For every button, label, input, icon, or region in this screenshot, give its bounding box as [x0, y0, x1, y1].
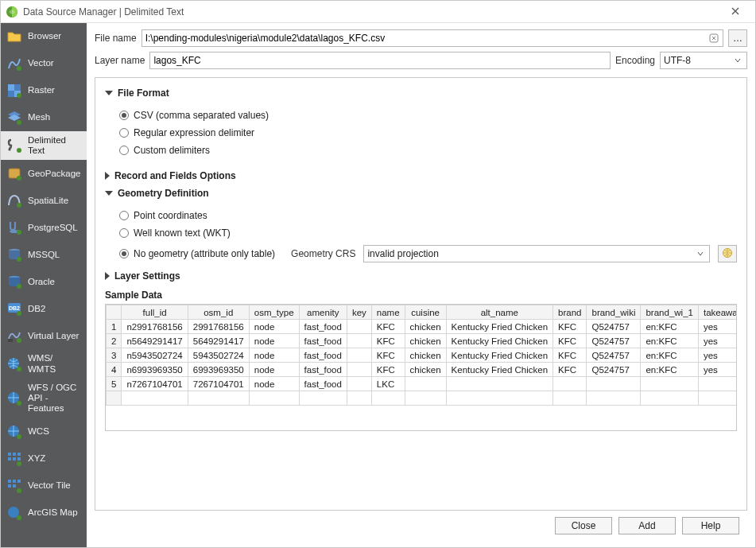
- section-record-fields-header[interactable]: Record and Fields Options: [105, 170, 737, 181]
- row-number: 1: [107, 320, 122, 334]
- table-cell: [347, 320, 371, 334]
- column-header[interactable]: full_id: [122, 305, 188, 320]
- table-cell: [347, 363, 371, 377]
- sidebar-item-postgresql[interactable]: PostgreSQL: [1, 214, 87, 241]
- radio-regex[interactable]: Regular expression delimiter: [119, 127, 737, 138]
- table-cell: [446, 377, 552, 391]
- close-icon: [731, 6, 739, 17]
- column-header[interactable]: brand_wiki: [587, 305, 641, 320]
- sidebar-item-virtual-layer[interactable]: Virtual Layer: [1, 322, 87, 349]
- table-cell: 5649291417: [188, 334, 249, 348]
- source-icon: [6, 137, 23, 154]
- table-cell: 6993969350: [188, 363, 249, 377]
- geometry-crs-combo[interactable]: invalid projection: [363, 245, 710, 262]
- table-cell: [698, 377, 736, 391]
- column-header[interactable]: key: [347, 305, 371, 320]
- radio-icon: [119, 249, 129, 258]
- sidebar-item-raster[interactable]: Raster: [1, 77, 87, 104]
- column-header[interactable]: cuisine: [405, 305, 446, 320]
- svg-point-12: [17, 203, 21, 208]
- help-button[interactable]: Help: [682, 517, 739, 534]
- select-crs-button[interactable]: [718, 245, 737, 262]
- titlebar: Data Source Manager | Delimited Text: [1, 1, 755, 23]
- row-number: 5: [107, 377, 122, 391]
- sidebar-item-label: Browser: [28, 31, 61, 41]
- table-cell: n7267104701: [122, 377, 188, 391]
- column-header[interactable]: osm_type: [249, 305, 299, 320]
- radio-no-geometry[interactable]: No geometry (attribute only table): [119, 248, 275, 259]
- sidebar-item-spatialite[interactable]: SpatiaLite: [1, 187, 87, 214]
- table-cell: KFC: [371, 334, 405, 348]
- window-close-button[interactable]: [720, 1, 750, 23]
- sample-data-scroll[interactable]: full_idosm_idosm_typeamenitykeynamecuisi…: [106, 305, 736, 430]
- svg-rect-40: [8, 484, 11, 488]
- sidebar-item-xyz[interactable]: XYZ: [1, 445, 87, 472]
- column-header[interactable]: osm_id: [188, 305, 249, 320]
- sidebar-item-geopackage[interactable]: GeoPackage: [1, 160, 87, 187]
- sidebar-item-label: Mesh: [28, 112, 50, 122]
- sidebar-item-label: WFS / OGC API - Features: [28, 383, 82, 414]
- column-header[interactable]: takeaway: [698, 305, 736, 320]
- sidebar-item-wms-wmts[interactable]: WMS/ WMTS: [1, 349, 87, 378]
- radio-icon: [119, 111, 129, 120]
- sidebar-item-browser[interactable]: Browser: [1, 23, 87, 50]
- radio-icon: [119, 128, 129, 138]
- table-row[interactable]: 2n56492914175649291417nodefast_foodKFCch…: [107, 334, 737, 348]
- browse-file-button[interactable]: …: [728, 29, 747, 47]
- sidebar-item-delimited-text[interactable]: Delimited Text: [1, 131, 87, 160]
- sidebar-item-mesh[interactable]: Mesh: [1, 104, 87, 131]
- svg-point-21: [17, 311, 21, 316]
- file-name-input[interactable]: [142, 29, 723, 47]
- window-title: Data Source Manager | Delimited Text: [23, 6, 720, 17]
- table-row[interactable]: 3n59435027245943502724nodefast_foodKFCch…: [107, 348, 737, 363]
- table-cell: chicken: [405, 334, 446, 348]
- sidebar-item-label: Vector Tile: [28, 480, 71, 491]
- column-header[interactable]: alt_name: [446, 305, 552, 320]
- table-row[interactable]: 5n72671047017267104701nodefast_foodLKC: [107, 377, 737, 391]
- table-cell: node: [249, 348, 299, 363]
- table-cell: [405, 377, 446, 391]
- sidebar-item-mssql[interactable]: MSSQL: [1, 241, 87, 268]
- sidebar-item-oracle[interactable]: Oracle: [1, 268, 87, 295]
- source-icon: [6, 423, 23, 441]
- source-icon: [6, 273, 23, 290]
- table-row[interactable]: 4n69939693506993969350nodefast_foodKFCch…: [107, 363, 737, 377]
- section-file-format-header[interactable]: File Format: [105, 87, 737, 99]
- svg-point-29: [17, 434, 21, 439]
- svg-rect-38: [13, 480, 16, 483]
- radio-custom[interactable]: Custom delimiters: [119, 145, 737, 156]
- sidebar-item-label: MSSQL: [28, 250, 60, 260]
- table-cell: en:KFC: [641, 348, 698, 363]
- table-cell: yes: [698, 363, 736, 377]
- clear-filename-button[interactable]: [708, 32, 720, 45]
- close-button[interactable]: Close: [555, 517, 612, 534]
- table-cell: yes: [698, 348, 736, 363]
- sidebar-item-arcgis-map[interactable]: ArcGIS Map: [1, 499, 87, 527]
- sidebar-item-label: XYZ: [28, 453, 45, 464]
- column-header[interactable]: brand_wi_1: [641, 305, 698, 320]
- table-cell: Q524757: [587, 363, 641, 377]
- table-cell: chicken: [405, 348, 446, 363]
- column-header[interactable]: brand: [553, 305, 587, 320]
- sidebar-item-vector[interactable]: Vector: [1, 50, 87, 77]
- column-header[interactable]: amenity: [299, 305, 347, 320]
- layer-name-input[interactable]: [149, 52, 611, 69]
- radio-point-coords[interactable]: Point coordinates: [119, 210, 737, 221]
- svg-point-14: [17, 230, 21, 235]
- section-geometry-header[interactable]: Geometry Definition: [105, 188, 737, 199]
- radio-none-label: No geometry (attribute only table): [134, 248, 275, 259]
- column-header[interactable]: name: [371, 305, 405, 320]
- sidebar-item-vector-tile[interactable]: Vector Tile: [1, 472, 87, 499]
- sidebar-item-wcs[interactable]: WCS: [1, 418, 87, 445]
- layer-name-label: Layer name: [95, 55, 145, 66]
- svg-point-8: [8, 149, 10, 151]
- table-row[interactable]: 1n29917681562991768156nodefast_foodKFCch…: [107, 320, 737, 334]
- section-layer-settings-header[interactable]: Layer Settings: [105, 270, 737, 282]
- radio-point-label: Point coordinates: [134, 210, 207, 221]
- sidebar-item-db2[interactable]: DB2DB2: [1, 295, 87, 322]
- radio-wkt[interactable]: Well known text (WKT): [119, 227, 737, 239]
- sidebar-item-wfs-ogc-api-features[interactable]: WFS / OGC API - Features: [1, 379, 87, 418]
- add-button[interactable]: Add: [618, 517, 676, 534]
- radio-csv[interactable]: CSV (comma separated values): [119, 110, 737, 121]
- encoding-combo[interactable]: UTF-8: [660, 52, 747, 69]
